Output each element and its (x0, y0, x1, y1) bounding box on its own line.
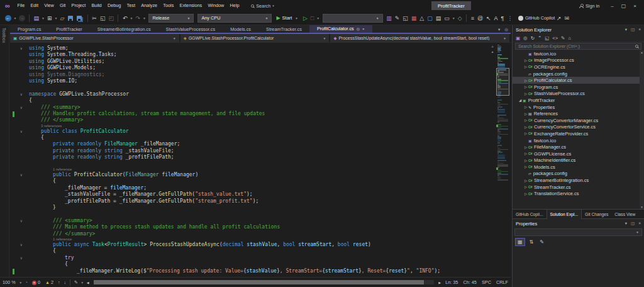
collapsed-arrow-icon[interactable]: ▷ (523, 92, 528, 96)
code-line[interactable]: /// </summary> (10, 117, 489, 123)
code-line[interactable]: /// Main method to process stash updates… (10, 224, 489, 230)
collapsed-arrow-icon[interactable]: ▷ (523, 165, 528, 169)
menu-item-edit[interactable]: Edit (28, 0, 42, 11)
codelens-references[interactable]: 3 references (10, 124, 489, 128)
navigate-back-icon[interactable]: ← (5, 15, 11, 21)
menu-item-git[interactable]: Git (57, 0, 69, 11)
code-line[interactable]: ∨using System; (10, 45, 489, 52)
breadcrumb-segment-2[interactable]: ◆ProcessStashUpdateAsync(decimal stashVa… (330, 34, 511, 42)
fold-chevron-icon[interactable]: ∨ (20, 128, 23, 135)
solution-platform-combobox[interactable]: Any CPU▼ (197, 14, 272, 23)
space-mode-indicator[interactable]: SPC (479, 279, 494, 285)
collapsed-arrow-icon[interactable]: ▷ (523, 145, 528, 149)
scroll-up-icon[interactable]: ▲ (491, 50, 494, 54)
hscroll-left-icon[interactable]: ◀ (85, 281, 91, 284)
line-ending-indicator[interactable]: CRLF (494, 279, 511, 285)
menu-item-build[interactable]: Build (89, 0, 104, 11)
solution-explorer-header[interactable]: Solution Explorer ▾◫× (513, 25, 644, 34)
collapsed-arrow-icon[interactable]: ▷ (523, 65, 528, 69)
code-line[interactable]: ∨namespace GGWPLive.StashProcessor (10, 91, 489, 98)
dropdown-caret-icon[interactable]: ▼ (40, 16, 45, 20)
add-item-icon[interactable]: ⊞ (45, 12, 53, 25)
code-line[interactable]: private readonly FileManager _fileManage… (10, 141, 489, 147)
expanded-arrow-icon[interactable]: ◢ (518, 98, 523, 102)
complete-word-icon[interactable]: A (492, 12, 499, 25)
tree-item-GGWPLicense-cs[interactable]: ▷C#GGWPLicense.cs (513, 150, 644, 157)
tree-item-Models-cs[interactable]: ▷C#Models.cs (513, 164, 644, 171)
code-line[interactable]: using System.Threading.Tasks; (10, 52, 489, 58)
code-line[interactable]: ∨/// <summary> (10, 104, 489, 111)
tree-item-packages-config[interactable]: ▱packages.config (513, 171, 644, 177)
code-line[interactable]: using System.IO; (10, 78, 489, 84)
code-cleanup-icon[interactable]: ✎ (72, 280, 80, 285)
document-tab-Models-cs[interactable]: Models.cs (223, 25, 258, 33)
alphabetical-icon[interactable]: ⇅ (528, 239, 536, 245)
collapsed-arrow-icon[interactable]: ▷ (523, 125, 528, 129)
dropdown-caret-icon[interactable]: ▼ (451, 16, 456, 20)
panel-tab-solutionexpl[interactable]: Solution Expl... (547, 209, 582, 219)
code-line[interactable] (10, 161, 489, 167)
code-line[interactable]: using GGWPLive.Utilities; (10, 59, 489, 65)
properties-object-combobox[interactable]: ▼ (514, 228, 642, 236)
pin-icon[interactable]: ◎ (357, 25, 360, 33)
codelens-references[interactable]: 1 reference (10, 237, 489, 242)
code-line[interactable]: ∨/// <summary> (10, 218, 489, 224)
window-position-icon[interactable]: ▾ (625, 27, 627, 32)
save-icon[interactable] (68, 16, 73, 21)
copilot-share-icon[interactable]: ↗ (555, 12, 563, 25)
maximize-button[interactable]: ▢ (618, 3, 630, 9)
view-code-icon[interactable]: <> (552, 35, 558, 41)
code-line[interactable] (10, 84, 489, 91)
collapsed-arrow-icon[interactable]: ▷ (523, 185, 528, 189)
sign-in-button[interactable]: Sign in (579, 3, 599, 9)
code-line[interactable]: _stashValueFile = _fileManager.GetFullPa… (10, 191, 489, 198)
panel-tab-classview[interactable]: Class View (611, 210, 638, 219)
close-icon[interactable]: × (362, 25, 365, 33)
tree-item-OCREngine-cs[interactable]: ▷C#OCREngine.cs (513, 64, 644, 70)
code-line[interactable]: ∨public class ProfitCalculator (10, 128, 489, 135)
toolbox-icon[interactable]: ▦ (409, 12, 418, 25)
panel-tab-gitchanges[interactable]: Git Changes (582, 210, 611, 219)
tree-item-favicon-ico[interactable]: ▣favicon.ico (513, 50, 644, 57)
collapsed-arrow-icon[interactable]: ▷ (523, 152, 528, 155)
collapsed-arrow-icon[interactable]: ▷ (523, 118, 528, 122)
warning-count[interactable]: ▲2 (43, 279, 56, 285)
cut-icon[interactable]: ✂ (91, 12, 99, 25)
codelens-references[interactable]: 1 reference (10, 167, 489, 172)
tree-scrollbar[interactable]: ▲▼ (640, 50, 644, 209)
code-line[interactable]: { (10, 178, 489, 184)
collapsed-arrow-icon[interactable]: ▷ (523, 105, 528, 109)
dropdown-caret-icon[interactable]: ▼ (129, 16, 134, 20)
tree-item-TranslationService-cs[interactable]: ▷C#TranslationService.cs (513, 190, 644, 197)
format-icon[interactable]: ¶ (499, 12, 506, 25)
column-indicator[interactable]: Ch: 45 (460, 279, 479, 285)
sync-shield-icon[interactable]: ◇ (456, 12, 464, 25)
pin-icon[interactable]: ◫ (631, 27, 635, 32)
zoom-level[interactable]: 100 % (0, 279, 18, 285)
open-folder-icon[interactable]: ▱ (58, 12, 66, 25)
error-count[interactable]: ×0 (30, 279, 43, 285)
horizontal-scrollbar[interactable] (94, 280, 435, 284)
code-line[interactable]: ∨public async Task<ProfitResult> Process… (10, 242, 489, 248)
code-line[interactable]: using System.Diagnostics; (10, 72, 489, 78)
split-grip-icon[interactable]: + (491, 44, 494, 50)
feedback-icon[interactable]: ✉ (563, 12, 571, 25)
collapsed-arrow-icon[interactable]: ▷ (523, 192, 528, 196)
tree-item-StreamTracker-cs[interactable]: ▷C#StreamTracker.cs (513, 184, 644, 191)
float-window-icon[interactable]: ◎ (504, 27, 508, 32)
properties-icon[interactable]: ✎ (561, 35, 565, 41)
editor-vertical-scrollbar[interactable]: + ▲ (489, 44, 496, 277)
empty-combobox[interactable]: ▼ (323, 14, 383, 23)
sync-with-active-doc-icon[interactable]: ◱ (545, 35, 549, 41)
categorized-icon[interactable]: ▦ (515, 238, 525, 246)
tree-item-CurrencyConvertorManager-cs[interactable]: ▷C#CurrencyConvertorManager.cs (513, 117, 644, 124)
close-icon[interactable]: × (638, 27, 641, 32)
menu-item-analyze[interactable]: Analyze (138, 0, 160, 11)
github-copilot-button[interactable]: GitHub Copilot (518, 15, 555, 21)
code-line[interactable]: { (10, 135, 489, 141)
collapsed-arrow-icon[interactable]: ▷ (523, 159, 528, 162)
code-line[interactable]: { (10, 248, 489, 254)
hscroll-right-icon[interactable]: ▶ (436, 281, 443, 284)
refresh-icon[interactable]: ↻ (531, 35, 535, 41)
collapse-all-icon[interactable]: ⌃ (538, 35, 541, 41)
